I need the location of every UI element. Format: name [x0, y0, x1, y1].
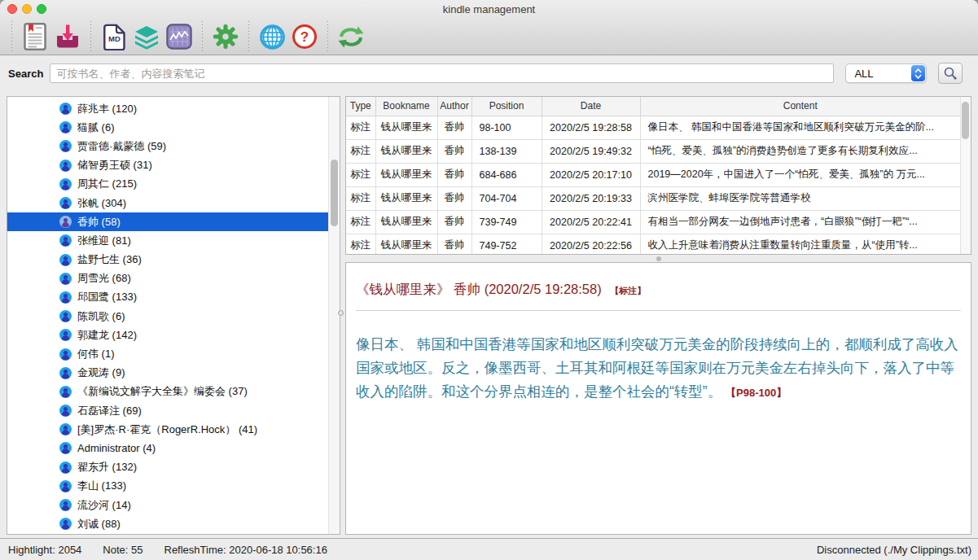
panel-splitter-handle[interactable]	[338, 310, 344, 316]
table-scrollbar-thumb[interactable]	[962, 102, 969, 139]
search-button[interactable]	[938, 63, 963, 84]
col-header-position[interactable]: Position	[471, 97, 542, 116]
author-label: 储智勇王硕 (31)	[77, 158, 152, 173]
col-header-content[interactable]: Content	[640, 97, 960, 116]
author-label: 盐野七生 (36)	[77, 252, 142, 267]
sidebar-scrollbar[interactable]	[328, 97, 340, 534]
sidebar-author-item[interactable]: 猫腻 (6)	[7, 118, 328, 137]
notes-button[interactable]	[19, 20, 51, 53]
search-label: Search	[8, 68, 43, 80]
cell-author: 香帅	[437, 116, 471, 139]
sidebar-author-item[interactable]: 李山 (133)	[7, 477, 328, 496]
sidebar-author-item[interactable]: 石磊译注 (69)	[7, 401, 328, 420]
sidebar-author-item[interactable]: 金观涛 (9)	[7, 364, 328, 383]
cell-type: 标注	[346, 234, 375, 255]
search-input[interactable]	[50, 63, 834, 83]
sidebar-author-item[interactable]: 香帅 (58)	[7, 212, 328, 231]
author-avatar-icon	[59, 480, 72, 492]
note-body-text: 像日本、 韩国和中国香港等国家和地区顺利突破万元美金的阶段持续向上的，都顺利成了…	[356, 336, 958, 400]
sidebar-author-item[interactable]: 张维迎 (81)	[7, 231, 328, 250]
sidebar-author-item[interactable]: 郭建龙 (142)	[7, 326, 328, 344]
note-table-row[interactable]: 标注 钱从哪里来 香帅 739-749 2020/2/5 20:22:41 有相…	[346, 210, 960, 234]
sidebar-author-item[interactable]: 张帆 (304)	[7, 194, 328, 212]
author-panel: 薛兆丰 (120) 猫腻 (6) 贾雷德·戴蒙德 (59) 储智勇王硕 (31)	[7, 96, 340, 535]
sidebar-author-item[interactable]: 贾雷德·戴蒙德 (59)	[7, 137, 328, 155]
cell-date: 2020/2/5 20:22:56	[542, 234, 640, 255]
sidebar-author-item[interactable]: 储智勇王硕 (31)	[7, 156, 328, 175]
cell-type: 标注	[346, 163, 375, 186]
notes-icon	[24, 23, 46, 50]
sidebar-author-item[interactable]: 陈凯歌 (6)	[7, 307, 328, 326]
sidebar-author-item[interactable]: 周其仁 (215)	[7, 175, 328, 194]
note-table-row[interactable]: 标注 钱从哪里来 香帅 749-752 2020/2/5 20:22:56 收入…	[346, 234, 960, 255]
note-table-row[interactable]: 标注 钱从哪里来 香帅 684-686 2020/2/5 20:17:10 20…	[346, 163, 960, 186]
filter-selected-value: ALL	[846, 68, 873, 80]
import-icon	[54, 24, 81, 50]
cell-position: 684-686	[471, 163, 542, 186]
sidebar-author-item[interactable]: 《新编说文解字大全集》编委会 (37)	[7, 383, 328, 401]
col-header-bookname[interactable]: Bookname	[375, 97, 437, 116]
cell-content: 像日本、 韩国和中国香港等国家和地区顺利突破万元美金的阶...	[640, 116, 960, 139]
filter-select[interactable]: ALL	[845, 63, 927, 83]
svg-text:MD: MD	[108, 33, 121, 42]
sidebar-author-item[interactable]: 邱国鹭 (133)	[7, 288, 328, 307]
note-table-row[interactable]: 标注 钱从哪里来 香帅 138-139 2020/2/5 19:49:32 “怕…	[346, 139, 960, 163]
note-table-row[interactable]: 标注 钱从哪里来 香帅 704-704 2020/2/5 20:19:33 滨州…	[346, 186, 960, 210]
cell-date: 2020/2/5 20:19:33	[542, 186, 640, 210]
cell-type: 标注	[346, 210, 375, 234]
website-button[interactable]	[256, 20, 288, 53]
import-clippings-button[interactable]	[51, 20, 84, 53]
author-label: 薛兆丰 (120)	[77, 102, 137, 116]
author-label: 刘诚 (88)	[77, 517, 121, 532]
export-markdown-button[interactable]: MD	[98, 20, 130, 53]
cell-date: 2020/2/5 20:17:10	[542, 163, 640, 186]
statistics-button[interactable]	[163, 20, 195, 53]
chart-icon	[166, 24, 192, 50]
sidebar-author-item[interactable]: 翟东升 (132)	[7, 458, 328, 477]
titlebar: kindle management	[0, 0, 978, 18]
author-label: 香帅 (58)	[77, 215, 121, 230]
author-label: 李山 (133)	[77, 479, 126, 493]
cell-position: 749-752	[471, 234, 542, 255]
cell-bookname: 钱从哪里来	[375, 116, 437, 139]
table-horizontal-scrollbar-thumb[interactable]	[656, 256, 661, 261]
author-avatar-icon	[59, 273, 72, 285]
refresh-button[interactable]	[335, 20, 367, 53]
author-label: [美]罗杰·R·霍克（RogerR.Hock） (41)	[77, 422, 257, 437]
author-label: 猫腻 (6)	[77, 120, 115, 135]
col-header-type[interactable]: Type	[346, 97, 375, 116]
chevron-up-down-icon	[911, 65, 925, 81]
sidebar-author-item[interactable]: Administrator (4)	[7, 439, 328, 457]
table-scrollbar[interactable]	[960, 97, 971, 254]
col-header-author[interactable]: Author	[437, 97, 471, 116]
note-table-row[interactable]: 标注 钱从哪里来 香帅 98-100 2020/2/5 19:28:58 像日本…	[346, 116, 960, 139]
settings-button[interactable]	[209, 20, 242, 53]
app-window: kindle management	[0, 0, 978, 560]
help-button[interactable]: ?	[288, 20, 321, 53]
col-header-date[interactable]: Date	[542, 97, 640, 116]
sidebar-author-item[interactable]: 刘诚 (88)	[7, 514, 328, 533]
author-label: 何伟 (1)	[77, 347, 115, 361]
cell-date: 2020/2/5 19:28:58	[542, 116, 640, 139]
cell-type: 标注	[346, 139, 375, 163]
sidebar-author-item[interactable]: 何伟 (1)	[7, 344, 328, 363]
layers-icon	[134, 24, 160, 50]
export-other-button[interactable]	[130, 20, 163, 53]
cell-bookname: 钱从哪里来	[375, 163, 437, 186]
toolbar-separator	[248, 21, 249, 52]
sidebar-author-item[interactable]: 盐野七生 (36)	[7, 251, 328, 269]
toolbar-separator	[202, 21, 203, 52]
sidebar-author-item[interactable]: 流沙河 (14)	[7, 496, 328, 514]
markdown-file-icon: MD	[103, 24, 125, 50]
sidebar-author-item[interactable]: 周雪光 (68)	[7, 269, 328, 288]
sidebar-author-item[interactable]: [美]罗杰·R·霍克（RogerR.Hock） (41)	[7, 420, 328, 439]
sidebar-author-item[interactable]: 薛兆丰 (120)	[7, 99, 328, 118]
author-label: 流沙河 (14)	[77, 498, 131, 513]
toolbar-drag-handle	[11, 21, 12, 52]
author-label: 《新编说文解字大全集》编委会 (37)	[77, 384, 248, 399]
cell-author: 香帅	[437, 210, 471, 234]
table-horizontal-scrollbar[interactable]	[345, 255, 971, 262]
sidebar-scrollbar-thumb[interactable]	[331, 160, 338, 226]
cell-position: 138-139	[471, 139, 542, 163]
globe-icon	[259, 24, 286, 50]
